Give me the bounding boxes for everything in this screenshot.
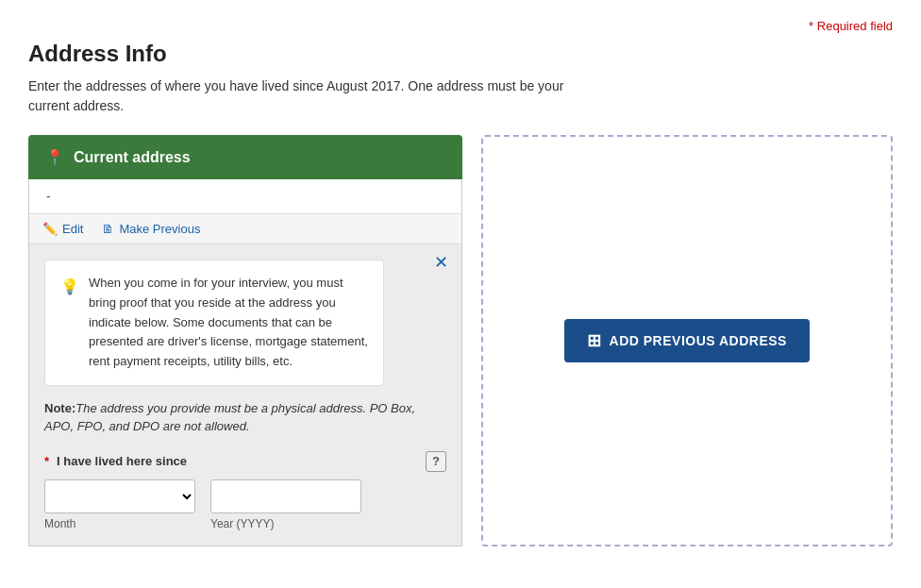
main-content: 📍 Current address - ✏️ Edit 🗎 Make Previ… [28, 135, 893, 546]
add-previous-label: ADD PREVIOUS ADDRESS [610, 333, 787, 348]
edit-label: Edit [62, 222, 83, 236]
plus-icon: ⊞ [587, 330, 602, 351]
page-description: Enter the addresses of where you have li… [28, 76, 594, 116]
required-star: * [44, 454, 49, 468]
note-bold: Note: [44, 401, 75, 415]
month-field: January February March April May June Ju… [44, 479, 195, 530]
lived-since-text: I have lived here since [57, 454, 187, 468]
left-panel: 📍 Current address - ✏️ Edit 🗎 Make Previ… [28, 135, 462, 546]
address-actions: ✏️ Edit 🗎 Make Previous [29, 214, 461, 244]
make-previous-label: Make Previous [119, 222, 200, 236]
make-previous-icon: 🗎 [102, 222, 114, 236]
help-icon: ? [432, 454, 440, 468]
form-section: * I have lived here since ? January [44, 451, 446, 530]
year-input[interactable] [210, 479, 361, 513]
required-field-note: * Required field [28, 19, 893, 33]
note-text: Note:The address you provide must be a p… [44, 399, 446, 436]
page-title: Address Info [28, 41, 893, 67]
month-select[interactable]: January February March April May June Ju… [44, 479, 195, 513]
location-icon: 📍 [45, 148, 64, 166]
info-box: 💡 When you come in for your interview, y… [44, 260, 384, 386]
required-field-text: * Required field [809, 19, 893, 33]
current-address-header: 📍 Current address [28, 135, 462, 179]
help-button[interactable]: ? [426, 451, 446, 472]
year-label: Year (YYYY) [210, 517, 361, 530]
make-previous-link[interactable]: 🗎 Make Previous [102, 222, 200, 236]
address-value: - [29, 179, 461, 214]
add-previous-button[interactable]: ⊞ ADD PREVIOUS ADDRESS [564, 319, 810, 362]
year-field: Year (YYYY) [210, 479, 361, 530]
address-card: - ✏️ Edit 🗎 Make Previous ✕ [28, 179, 462, 546]
note-body: The address you provide must be a physic… [44, 401, 415, 434]
right-panel: ⊞ ADD PREVIOUS ADDRESS [481, 135, 893, 546]
current-address-label: Current address [74, 149, 191, 166]
bulb-icon: 💡 [60, 275, 79, 299]
date-inputs: January February March April May June Ju… [44, 479, 446, 530]
month-label: Month [44, 517, 195, 530]
edit-icon: ✏️ [42, 222, 58, 236]
info-box-text: When you come in for your interview, you… [89, 274, 368, 372]
close-button[interactable]: ✕ [434, 254, 448, 271]
edit-link[interactable]: ✏️ Edit [42, 222, 83, 236]
expandable-section: ✕ 💡 When you come in for your interview,… [29, 244, 461, 546]
lived-since-label: * I have lived here since ? [44, 451, 446, 472]
page-container: * Required field Address Info Enter the … [0, 0, 921, 565]
